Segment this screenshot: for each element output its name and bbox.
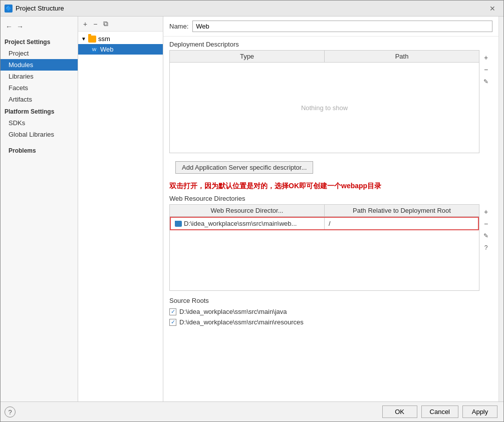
source-roots-section: Source Roots D:\idea_workplace\ssm\src\m… (169, 295, 492, 327)
deployment-add-button[interactable]: + (480, 52, 491, 63)
source-root-java-checkbox[interactable] (169, 308, 176, 315)
web-icon: W (90, 46, 98, 53)
source-root-resources-path: D:\idea_workplace\ssm\src\main\resources (179, 318, 304, 326)
web-resource-table-header: Web Resource Director... Path Relative t… (170, 205, 479, 217)
cancel-button[interactable]: Cancel (421, 405, 458, 418)
type-column-header: Type (170, 51, 325, 62)
web-resource-folder-icon (175, 221, 182, 227)
copy-module-button[interactable]: ⧉ (101, 19, 110, 29)
web-resource-edit-button[interactable]: ✎ (480, 230, 491, 241)
project-settings-label: Project Settings (1, 36, 78, 48)
sidebar-item-global-libraries[interactable]: Global Libraries (1, 129, 78, 140)
folder-icon-ssm (88, 36, 96, 43)
web-resource-dir-col-header: Web Resource Director... (170, 205, 325, 216)
source-roots-title: Source Roots (169, 295, 492, 306)
deployment-section: Type Path Nothing to show + − ✎ (169, 50, 492, 153)
add-module-button[interactable]: + (81, 19, 89, 29)
apply-button[interactable]: Apply (462, 405, 497, 418)
tree-node-ssm[interactable]: ▼ ssm (78, 34, 163, 44)
deployment-table-header: Type Path (170, 51, 479, 63)
web-resource-directory-value: D:\idea_workplace\ssm\src\main\web... (184, 220, 297, 227)
path-column-header: Path (325, 51, 479, 62)
web-resource-table: Web Resource Director... Path Relative t… (169, 204, 479, 291)
name-label: Name: (169, 23, 188, 30)
source-root-java-path: D:\idea_workplace\ssm\src\main\java (179, 308, 287, 315)
platform-settings-label: Platform Settings (1, 105, 78, 117)
sidebar-item-sdks[interactable]: SDKs (1, 117, 78, 129)
web-resource-container: Web Resource Director... Path Relative t… (169, 204, 492, 291)
deployment-table: Type Path Nothing to show (169, 50, 479, 153)
tree-node-web-label: Web (100, 46, 114, 53)
sidebar-item-project[interactable]: Project (1, 48, 78, 59)
nothing-to-show: Nothing to show (301, 104, 348, 112)
annotation-text: 双击打开，因为默认位置是对的，选择OK即可创建一个webapp目录 (163, 180, 498, 193)
sidebar-item-libraries[interactable]: Libraries (1, 71, 78, 82)
web-resource-help-button[interactable]: ? (480, 242, 491, 253)
web-resource-title: Web Resource Directories (169, 193, 492, 204)
deployment-edit-button[interactable]: ✎ (480, 76, 491, 87)
sidebar: ← → Project Settings Project Modules Lib… (1, 17, 78, 401)
close-button[interactable]: ✕ (485, 3, 499, 15)
source-root-resources-checkbox[interactable] (169, 319, 176, 326)
app-icon: 🔷 (5, 5, 13, 13)
source-root-java: D:\idea_workplace\ssm\src\main\java (169, 306, 492, 317)
content-spacer (163, 331, 498, 401)
sidebar-item-artifacts[interactable]: Artifacts (1, 94, 78, 105)
content-area: Name: Deployment Descriptors Type Path N… (163, 17, 498, 401)
sidebar-item-facets[interactable]: Facets (1, 82, 78, 94)
web-resource-right-buttons: + − ✎ ? (479, 204, 492, 255)
nav-arrows: ← → (1, 21, 78, 36)
main-content: ← → Project Settings Project Modules Lib… (1, 17, 503, 401)
tree-panel: + − ⧉ ▼ ssm W Web (78, 17, 163, 401)
deployment-right-buttons: + − ✎ (479, 50, 492, 89)
source-root-resources: D:\idea_workplace\ssm\src\main\resources (169, 317, 492, 327)
deployment-descriptors-title: Deployment Descriptors (163, 37, 498, 50)
web-resource-row[interactable]: D:\idea_workplace\ssm\src\main\web... / (170, 217, 479, 230)
name-row: Name: (163, 17, 498, 37)
deployment-table-body: Nothing to show (170, 63, 479, 153)
bottom-bar: OK Cancel Apply (1, 401, 503, 421)
module-tree: ▼ ssm W Web (78, 32, 163, 401)
web-resource-add-button[interactable]: + (480, 206, 491, 217)
project-structure-window: 🔷 Project Structure ✕ ← → Project Settin… (0, 0, 504, 422)
help-button[interactable]: ? (5, 406, 16, 417)
tree-toolbar: + − ⧉ (78, 17, 163, 32)
sidebar-item-modules[interactable]: Modules (1, 59, 78, 71)
tree-node-ssm-label: ssm (98, 35, 110, 43)
web-resource-path-cell: / (325, 218, 478, 229)
ok-button[interactable]: OK (382, 405, 417, 418)
problems-label: Problems (5, 144, 74, 156)
window-title: Project Structure (16, 5, 485, 12)
tree-node-web[interactable]: W Web (78, 44, 163, 55)
web-resource-remove-button[interactable]: − (480, 218, 491, 229)
web-resource-section: Web Resource Directories Web Resource Di… (169, 193, 492, 291)
name-input[interactable] (192, 21, 492, 32)
add-server-section: Add Application Server specific descript… (169, 157, 492, 178)
title-bar: 🔷 Project Structure ✕ (1, 1, 503, 17)
problems-section: Problems (1, 140, 78, 158)
deployment-remove-button[interactable]: − (480, 64, 491, 75)
forward-button[interactable]: → (16, 22, 25, 32)
scrollbar[interactable] (498, 17, 503, 401)
expand-arrow-ssm: ▼ (81, 36, 86, 42)
add-server-button[interactable]: Add Application Server specific descript… (175, 161, 313, 174)
remove-module-button[interactable]: − (91, 19, 99, 29)
back-button[interactable]: ← (5, 22, 14, 32)
path-relative-col-header: Path Relative to Deployment Root (325, 205, 479, 216)
web-resource-directory-cell: D:\idea_workplace\ssm\src\main\web... (171, 218, 325, 229)
web-resource-empty-space (170, 230, 479, 290)
